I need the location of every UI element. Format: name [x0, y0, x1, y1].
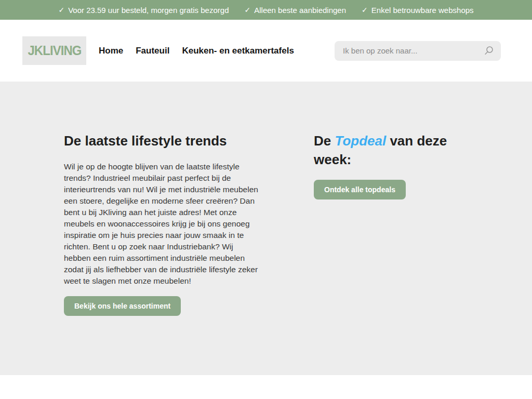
nav-item-fauteuil[interactable]: Fauteuil	[136, 46, 169, 56]
usp-label: Enkel betrouwbare webshops	[371, 6, 474, 15]
lifestyle-trends-column: De laatste lifestyle trends Wil je op de…	[64, 131, 260, 316]
view-assortment-button[interactable]: Bekijk ons hele assortiment	[64, 296, 181, 316]
lifestyle-trends-heading: De laatste lifestyle trends	[64, 131, 260, 150]
site-header: JKLIVING Home Fauteuil Keuken- en eetkam…	[0, 20, 532, 82]
nav-item-home[interactable]: Home	[99, 46, 123, 56]
topdeal-column: De Topdeal van deze week: Ontdek alle to…	[314, 131, 468, 316]
topdeal-heading: De Topdeal van deze week:	[314, 131, 468, 169]
logo-text: JKLIVING	[28, 43, 81, 59]
topdeal-heading-prefix: De	[314, 133, 335, 149]
check-icon: ✓	[58, 6, 64, 14]
main-nav: Home Fauteuil Keuken- en eetkamertafels	[99, 46, 294, 56]
usp-bar: ✓ Voor 23.59 uur besteld, morgen gratis …	[0, 0, 532, 20]
usp-label: Alleen beste aanbiedingen	[254, 6, 346, 15]
check-icon: ✓	[362, 6, 368, 14]
topdeal-heading-highlight: Topdeal	[335, 133, 386, 149]
usp-label: Voor 23.59 uur besteld, morgen gratis be…	[68, 6, 229, 15]
search-button[interactable]	[483, 45, 495, 57]
search-icon	[483, 45, 495, 57]
usp-item-delivery: ✓ Voor 23.59 uur besteld, morgen gratis …	[58, 6, 229, 15]
check-icon: ✓	[245, 6, 251, 14]
usp-item-offers: ✓ Alleen beste aanbiedingen	[245, 6, 347, 15]
hero-container: De laatste lifestyle trends Wil je op de…	[64, 82, 468, 316]
logo[interactable]: JKLIVING	[22, 36, 86, 65]
footer-whitespace	[0, 375, 532, 399]
discover-topdeals-button[interactable]: Ontdek alle topdeals	[314, 180, 406, 200]
hero-section: De laatste lifestyle trends Wil je op de…	[0, 82, 532, 375]
search-input[interactable]	[343, 46, 483, 55]
usp-item-webshops: ✓ Enkel betrouwbare webshops	[362, 6, 474, 15]
nav-item-keuken-eetkamertafels[interactable]: Keuken- en eetkamertafels	[182, 46, 294, 56]
search-box	[335, 41, 501, 61]
lifestyle-trends-paragraph: Wil je op de hoogte blijven van de laats…	[64, 161, 260, 287]
